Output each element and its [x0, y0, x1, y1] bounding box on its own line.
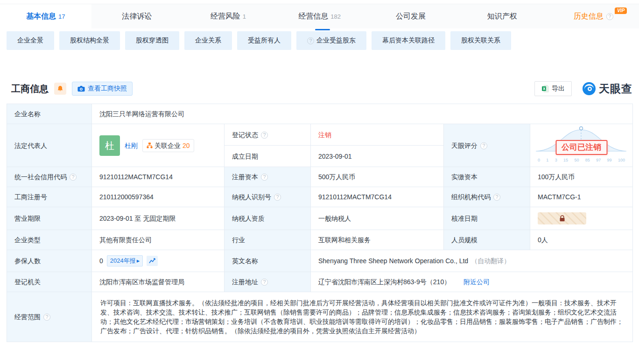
subnav-equity-relations[interactable]: 股权关联关系	[450, 31, 511, 50]
field-label: 登记状态	[225, 124, 311, 146]
table-row: 法定代表人 杜 杜刚 关联企业 20 登记状态 注销 天眼评分 013155	[7, 124, 633, 146]
staff-size-value: 0人	[530, 230, 633, 250]
excel-icon	[541, 85, 549, 92]
section-header: 工商信息 查看工商快照 导出 天眼查	[11, 81, 632, 96]
table-row: 企业类型 其他有限责任公司 行业 互联网和相关服务 人员规模 0人	[7, 230, 633, 250]
field-label: 登记机关	[7, 272, 92, 292]
related-companies-badge[interactable]: 关联企业 20	[142, 139, 194, 152]
help-icon[interactable]	[70, 174, 77, 181]
field-label: 企业名称	[7, 104, 92, 124]
chevron-right-icon: ▸	[137, 256, 140, 266]
business-info-table: 企业名称 沈阳三只羊网络运营有限公司 法定代表人 杜 杜刚 关联企业 20 登记…	[7, 104, 633, 342]
tab-label: 经营信息	[298, 12, 328, 21]
tab-count: 182	[330, 13, 341, 20]
insured-number: 0	[99, 256, 103, 266]
tab-label: 公司发展	[396, 12, 426, 21]
english-name-value: Shenyang Three Sheep Network Operation C…	[311, 250, 633, 272]
tianyancha-logo[interactable]: 天眼查	[582, 82, 632, 96]
help-icon[interactable]	[274, 194, 281, 201]
subnav-label: 幕后资本关联路径	[382, 36, 435, 45]
subnav-company-relations[interactable]: 企业关系	[184, 31, 232, 50]
table-row: 登记机关 沈阳市浑南区市场监督管理局 注册地址 辽宁省沈阳市浑南区上深沟村863…	[7, 272, 633, 292]
field-label: 营业期限	[7, 207, 92, 230]
field-label: 参保人数	[7, 250, 92, 272]
reg-authority-value: 沈阳市浑南区市场监督管理局	[92, 272, 225, 292]
table-row: 经营范围 许可项目：互联网直播技术服务。（依法须经批准的项目，经相关部门批准后方…	[7, 292, 633, 342]
tab-count: 17	[58, 13, 65, 20]
subnav-beneficial-shareholder[interactable]: 企业受益股东	[296, 31, 366, 50]
auto-translate-note: （自动翻译）	[471, 257, 510, 265]
help-icon[interactable]	[261, 174, 268, 181]
help-icon[interactable]	[261, 132, 268, 139]
score-axis: 0131550859799100	[533, 155, 630, 165]
table-row: 企业名称 沈阳三只羊网络运营有限公司	[7, 104, 633, 124]
tab-operational-risk[interactable]: 经营风险 1	[183, 4, 274, 28]
subnav-beneficial-owner[interactable]: 受益所有人	[237, 31, 291, 50]
logo-text: 天眼查	[599, 82, 632, 96]
help-icon	[307, 37, 314, 44]
table-row: 参保人数 0 2024年报▸ 英文名称 Shenyang Three Sheep…	[7, 250, 633, 272]
field-label: 英文名称	[225, 250, 311, 272]
export-label: 导出	[552, 84, 565, 93]
annual-report-tag[interactable]: 2024年报▸	[107, 255, 143, 266]
export-button[interactable]: 导出	[534, 81, 572, 96]
tab-business-info[interactable]: 经营信息 182	[274, 4, 365, 28]
field-label: 成立日期	[225, 146, 311, 167]
avatar[interactable]: 杜	[99, 135, 120, 156]
help-icon[interactable]	[261, 279, 268, 286]
subnav-label: 股权穿透图	[136, 36, 169, 45]
nearby-companies-link[interactable]: 附近公司	[463, 278, 490, 286]
legal-rep-link[interactable]: 杜刚	[125, 141, 138, 150]
org-chart-icon	[147, 142, 153, 148]
subnav-equity-structure[interactable]: 股权结构全景	[59, 31, 120, 50]
subnav-label: 企业受益股东	[316, 36, 356, 45]
snapshot-label: 查看工商快照	[88, 84, 127, 93]
business-scope-value: 许可项目：互联网直播技术服务。（依法须经批准的项目，经相关部门批准后方可开展经营…	[92, 292, 633, 342]
tab-legal-proceedings[interactable]: 法律诉讼	[91, 4, 183, 28]
trend-chart-button[interactable]	[147, 256, 158, 266]
line-chart-icon	[149, 258, 155, 264]
tab-history-info[interactable]: 历史信息 VIP	[548, 4, 639, 28]
locked-value-button[interactable]	[538, 212, 586, 224]
subnav-label: 受益所有人	[248, 36, 281, 45]
field-label: 法定代表人	[7, 124, 92, 167]
taxpayer-quality-value: 一般纳税人	[311, 207, 444, 230]
subnav-capital-connection-path[interactable]: 幕后资本关联路径	[372, 31, 445, 50]
tab-intellectual-property[interactable]: 知识产权	[456, 4, 548, 28]
tab-basic-info[interactable]: 基本信息 17	[0, 4, 91, 28]
table-row: 工商注册号 210112000597364 纳税人识别号 91210112MAC…	[7, 187, 633, 207]
tianyancha-eye-icon	[582, 82, 596, 96]
help-icon[interactable]	[606, 13, 613, 20]
reg-status-value: 注销	[311, 124, 444, 146]
credit-code-value: 91210112MACTM7CG14	[92, 167, 225, 187]
establish-date-value: 2023-09-01	[311, 146, 444, 167]
field-label: 统一社会信用代码	[7, 167, 92, 187]
related-label: 关联企业	[154, 141, 181, 150]
reg-address-value: 辽宁省沈阳市浑南区上深沟村863-9号（210） 附近公司	[311, 272, 633, 292]
subnav-label: 股权结构全景	[70, 36, 109, 45]
help-icon[interactable]	[480, 142, 487, 149]
subnav-company-panorama[interactable]: 企业全景	[7, 31, 54, 50]
field-label: 纳税人资质	[225, 207, 311, 230]
tab-company-development[interactable]: 公司发展	[365, 4, 456, 28]
tab-label: 法律诉讼	[122, 12, 152, 21]
help-icon[interactable]	[43, 314, 50, 321]
field-label: 人员规模	[444, 230, 530, 250]
subnav-label: 企业全景	[17, 36, 43, 45]
tab-label: 基本信息	[26, 12, 56, 21]
business-term-value: 2023-09-01 至 无固定期限	[92, 207, 225, 230]
reg-capital-value: 500万人民币	[311, 167, 444, 187]
org-code-value: MACTM7CG-1	[530, 187, 633, 207]
taxpayer-id-value: 91210112MACTM7CG14	[311, 187, 444, 207]
help-icon[interactable]	[493, 194, 500, 201]
table-row: 统一社会信用代码 91210112MACTM7CG14 注册资本 500万人民币…	[7, 167, 633, 187]
monitor-bell-button[interactable]	[54, 83, 66, 95]
subnav-equity-penetration[interactable]: 股权穿透图	[125, 31, 179, 50]
view-business-snapshot-button[interactable]: 查看工商快照	[72, 82, 133, 96]
table-row: 营业期限 2023-09-01 至 无固定期限 纳税人资质 一般纳税人 核准日期	[7, 207, 633, 230]
reg-number-value: 210112000597364	[92, 187, 225, 207]
vip-badge: VIP	[615, 7, 627, 14]
section-title: 工商信息	[11, 83, 49, 95]
subnav-label: 企业关系	[195, 36, 221, 45]
field-label: 实缴资本	[444, 167, 530, 187]
